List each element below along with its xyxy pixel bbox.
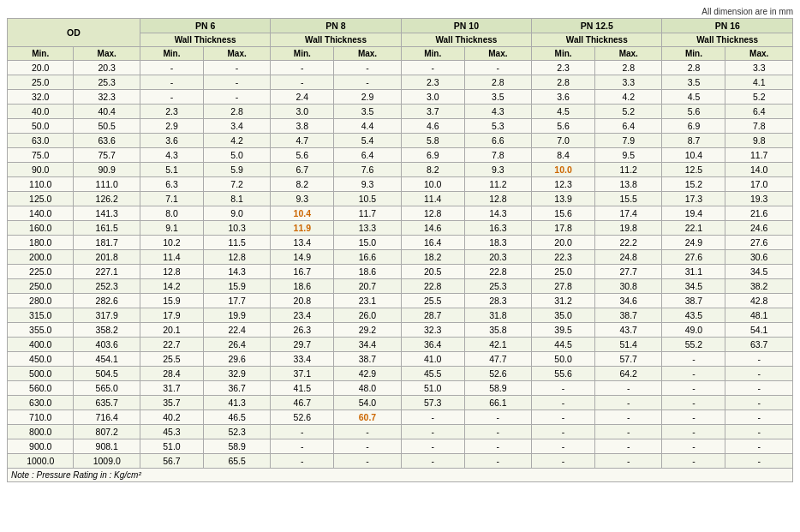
pn12-min: 2.8	[532, 75, 595, 90]
pn10-min: 8.2	[401, 163, 464, 177]
pn10-min: 18.2	[401, 250, 464, 265]
od-min: 500.0	[8, 367, 74, 381]
pn12-max: -	[595, 396, 662, 410]
pn16-min: 55.2	[662, 338, 725, 352]
pn12-min: -	[532, 396, 595, 410]
pn16-max: 24.6	[725, 221, 793, 236]
pn6-max: 32.9	[203, 367, 270, 381]
table-row: 32.032.3--2.42.93.03.53.64.24.55.2	[8, 90, 793, 105]
pn10-min: 20.5	[401, 265, 464, 279]
pn12-min: -	[532, 425, 595, 439]
pn16-max: -	[725, 367, 793, 381]
od-min: 450.0	[8, 352, 74, 367]
pn10-max: -	[464, 410, 531, 425]
od-min: 63.0	[8, 134, 74, 148]
table-row: 200.0201.811.412.814.916.618.220.322.324…	[8, 250, 793, 265]
pn6-max: 22.4	[203, 323, 270, 338]
pn12-min: 35.0	[532, 308, 595, 323]
table-row: 800.0807.245.352.3--------	[8, 425, 793, 439]
table-row: 400.0403.622.726.429.734.436.442.144.551…	[8, 338, 793, 352]
pn12-header: PN 12.5	[532, 19, 662, 33]
pn10-min: 4.6	[401, 119, 464, 134]
table-row: 180.0181.710.211.513.415.016.418.320.022…	[8, 236, 793, 250]
pn12-max: 17.4	[595, 206, 662, 221]
od-max: 807.2	[74, 425, 140, 439]
pn12-max: 30.8	[595, 279, 662, 294]
pn10-max: 58.9	[464, 381, 531, 396]
pn16-min: 17.3	[662, 192, 725, 206]
pn12-min: -	[532, 410, 595, 425]
pn8-min: 14.9	[271, 250, 334, 265]
pn12-max: 19.8	[595, 221, 662, 236]
pn12-min: 4.5	[532, 105, 595, 119]
pn8-min: 46.7	[271, 396, 334, 410]
pn10-max: 66.1	[464, 396, 531, 410]
pn8-min: 33.4	[271, 352, 334, 367]
pn16-max: 54.1	[725, 323, 793, 338]
pn6-max: 17.7	[203, 294, 270, 308]
pn16-min: -	[662, 454, 725, 469]
pn16-max: 30.6	[725, 250, 793, 265]
pn6-min: 7.1	[140, 192, 203, 206]
od-max: 40.4	[74, 105, 140, 119]
pn10-min: -	[401, 410, 464, 425]
od-min: 355.0	[8, 323, 74, 338]
pn8-min: -	[271, 425, 334, 439]
pn16-min: 10.4	[662, 148, 725, 163]
od-max: 403.6	[74, 338, 140, 352]
pn10-max: 9.3	[464, 163, 531, 177]
pn10-max: -	[464, 439, 531, 454]
od-min: 125.0	[8, 192, 74, 206]
pn8-min: 3.0	[271, 105, 334, 119]
pn10-min: -	[401, 439, 464, 454]
table-row: 63.063.63.64.24.75.45.86.67.07.98.79.8	[8, 134, 793, 148]
pn10-min: 11.4	[401, 192, 464, 206]
pn6-min: 4.3	[140, 148, 203, 163]
pn8-max: 9.3	[334, 177, 401, 192]
pn12-min: 39.5	[532, 323, 595, 338]
pn10-max: 20.3	[464, 250, 531, 265]
pn16-min: 49.0	[662, 323, 725, 338]
pn12-max: 51.4	[595, 338, 662, 352]
pn12-min: -	[532, 454, 595, 469]
pn8-min: 18.6	[271, 279, 334, 294]
pn12-min-header: Min.	[532, 47, 595, 61]
pn16-min: -	[662, 352, 725, 367]
pn12-max: 24.8	[595, 250, 662, 265]
pn8-min: -	[271, 439, 334, 454]
pn10-min: 3.7	[401, 105, 464, 119]
pn10-max: 16.3	[464, 221, 531, 236]
pn10-max: 2.8	[464, 75, 531, 90]
pn16-min: -	[662, 381, 725, 396]
pn6-max: 9.0	[203, 206, 270, 221]
pn12-max: -	[595, 454, 662, 469]
table-row: 50.050.52.93.43.84.44.65.35.66.46.97.8	[8, 119, 793, 134]
od-max: 20.3	[74, 61, 140, 75]
pn12-max: 4.2	[595, 90, 662, 105]
pn12-min: 17.8	[532, 221, 595, 236]
pn10-min: 41.0	[401, 352, 464, 367]
pn16-max: 7.8	[725, 119, 793, 134]
pn16-max: 21.6	[725, 206, 793, 221]
pn12-max: 9.5	[595, 148, 662, 163]
od-min: 225.0	[8, 265, 74, 279]
pn8-wt-header: Wall Thickness	[271, 33, 401, 47]
pn6-max: -	[203, 61, 270, 75]
od-min: 315.0	[8, 308, 74, 323]
pn16-max: 5.2	[725, 90, 793, 105]
pn16-min: 31.1	[662, 265, 725, 279]
pn16-max: 63.7	[725, 338, 793, 352]
pn8-max: -	[334, 75, 401, 90]
pn12-min: 50.0	[532, 352, 595, 367]
pn6-min-header: Min.	[140, 47, 203, 61]
pn12-min: 15.6	[532, 206, 595, 221]
pn16-min: 22.1	[662, 221, 725, 236]
pn6-max: 3.4	[203, 119, 270, 134]
od-min: 110.0	[8, 177, 74, 192]
pn6-max: 46.5	[203, 410, 270, 425]
pn8-max: 15.0	[334, 236, 401, 250]
od-min: 400.0	[8, 338, 74, 352]
pn10-max: 47.7	[464, 352, 531, 367]
pn10-min: 32.3	[401, 323, 464, 338]
pn10-min: 16.4	[401, 236, 464, 250]
